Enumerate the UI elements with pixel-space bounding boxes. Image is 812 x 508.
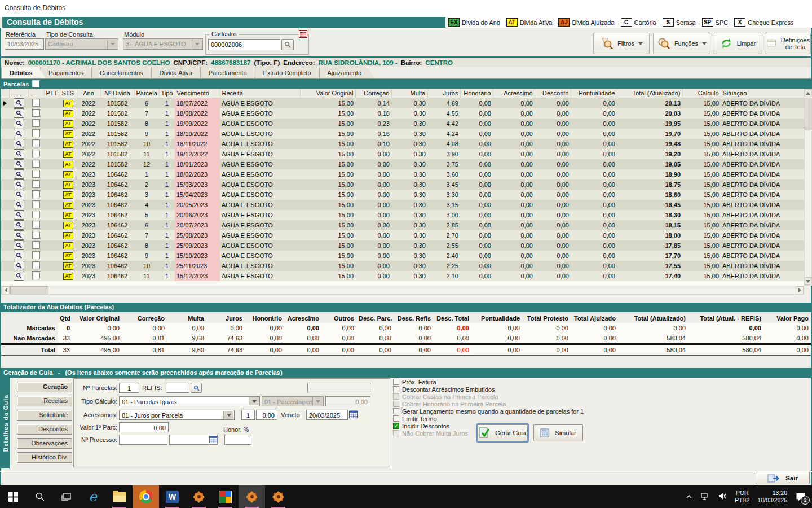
row-checkbox[interactable] — [32, 211, 40, 218]
guia-nav-receitas[interactable]: Receitas — [17, 396, 72, 406]
taskbar-media-app[interactable] — [212, 485, 239, 508]
grid-header-calculo[interactable]: Calculo — [682, 89, 721, 98]
horizontal-scrollbar[interactable] — [1, 286, 804, 295]
limpar-button[interactable]: Limpar — [713, 33, 762, 54]
start-button[interactable] — [0, 485, 27, 508]
table-row[interactable]: AT20221015827118/08/2022AGUA E ESGOTO15,… — [1, 108, 804, 119]
grid-header-ptt[interactable]: PTT — [44, 89, 60, 98]
n-processo-field[interactable] — [119, 435, 167, 445]
referencia-field[interactable]: 10/03/2025 — [5, 38, 44, 50]
row-detail-button[interactable] — [14, 159, 24, 169]
row-checkbox[interactable] — [32, 129, 40, 137]
grid-header-total-atualizado[interactable]: Total (Atualizado) — [617, 89, 682, 98]
row-detail-button[interactable] — [14, 119, 24, 128]
grid-header-n-divida[interactable]: Nº Divida — [100, 89, 134, 98]
row-checkbox[interactable] — [32, 180, 40, 188]
network-icon[interactable] — [700, 492, 710, 502]
grid-header-vencimento[interactable]: Vencimento — [175, 89, 220, 98]
option-descontar-acrescimos-embutidos[interactable]: Descontar Acréscimos Embutidos — [393, 386, 596, 393]
tab-debitos[interactable]: Débitos — [1, 67, 46, 78]
sair-button[interactable]: Sair — [756, 472, 810, 484]
task-view-button[interactable] — [53, 485, 80, 508]
definicoes-tela-button[interactable]: Definiçõesde Tela — [765, 33, 811, 54]
grid-header-parcela[interactable]: Parcela — [134, 89, 159, 98]
table-row[interactable]: AT20221015828119/09/2022AGUA E ESGOTO15,… — [1, 119, 804, 129]
table-row[interactable]: AT20231064629115/10/2023AGUA E ESGOTO15,… — [1, 251, 804, 261]
row-checkbox[interactable] — [32, 261, 40, 269]
row-detail-button[interactable] — [14, 210, 24, 220]
checkbox-icon[interactable] — [393, 386, 399, 392]
table-row[interactable]: AT20221015826118/07/2022AGUA E ESGOTO15,… — [1, 98, 804, 108]
vencto-calendar-icon[interactable] — [349, 410, 358, 419]
option-gerar-lancamento-mesmo-quando-a-quantidade-de-parcelas-for-1[interactable]: Gerar Lançamento mesmo quando a quantida… — [393, 408, 596, 415]
row-checkbox[interactable] — [32, 119, 40, 127]
refis-search-button[interactable] — [191, 383, 202, 393]
taskbar-file-explorer[interactable] — [106, 485, 133, 508]
row-checkbox[interactable] — [32, 241, 40, 249]
row-checkbox[interactable] — [32, 150, 40, 157]
row-detail-button[interactable] — [14, 251, 24, 260]
table-row[interactable]: AT20231064628125/09/2023AGUA E ESGOTO15,… — [1, 240, 804, 251]
tab-cancelamentos[interactable]: Cancelamentos — [91, 67, 156, 78]
table-row[interactable]: AT20231064621118/02/2023AGUA E ESGOTO15,… — [1, 169, 804, 179]
table-row[interactable]: AT202310646211115/12/2023AGUA E ESGOTO15… — [1, 271, 804, 281]
modulo-select[interactable]: 3 - ÁGUA E ESGOTO — [123, 38, 203, 50]
grid-header-tipo[interactable]: Tipo — [159, 89, 175, 98]
table-row[interactable]: AT202210158210118/11/2022AGUA E ESGOTO15… — [1, 139, 804, 149]
row-detail-button[interactable] — [14, 179, 24, 189]
taskbar-app-crest-2[interactable] — [239, 485, 265, 508]
vertical-scrollbar[interactable] — [804, 89, 812, 286]
grid-header-ano[interactable]: Ano — [77, 89, 100, 98]
table-row[interactable]: AT202210158211119/12/2022AGUA E ESGOTO15… — [1, 149, 804, 159]
language-indicator[interactable]: PORPTB2 — [735, 489, 749, 504]
tab-divida-ativa[interactable]: Dívida Ativa — [151, 67, 206, 78]
table-row[interactable]: AT20231064626120/07/2023AGUA E ESGOTO15,… — [1, 220, 804, 230]
row-checkbox[interactable] — [32, 139, 40, 147]
acrescimos-qtd-field[interactable]: 1 — [241, 410, 255, 420]
filtros-button[interactable]: Filtros — [593, 33, 650, 54]
row-detail-button[interactable] — [14, 230, 24, 240]
row-checkbox[interactable] — [32, 251, 40, 259]
row-checkbox[interactable] — [32, 109, 40, 117]
row-detail-button[interactable] — [14, 200, 24, 209]
tipo-consulta-select[interactable]: Cadastro — [45, 38, 118, 50]
grid-header-honorario[interactable]: Honorário — [460, 89, 493, 98]
grid-header-[interactable]: ... — [28, 89, 44, 98]
tipo-calculo-select[interactable]: 01 - Parcelas Iguais — [119, 396, 260, 406]
row-detail-button[interactable] — [14, 169, 24, 179]
checkbox-icon[interactable] — [393, 379, 399, 385]
select-all-checkbox[interactable] — [32, 80, 39, 87]
cadastro-search-button[interactable] — [281, 39, 294, 50]
row-detail-button[interactable] — [14, 190, 24, 199]
option-prox-fatura[interactable]: Próx. Fatura — [393, 378, 596, 386]
grid-header-juros[interactable]: Juros — [427, 89, 460, 98]
guia-nav-descontos[interactable]: Descontos — [17, 424, 72, 435]
acrescimos-num-field[interactable]: 0,00 — [256, 410, 277, 420]
table-row[interactable]: AT202310646210125/11/2023AGUA E ESGOTO15… — [1, 261, 804, 271]
option-emitir-termo[interactable]: Emitir Termo — [393, 415, 596, 422]
grid-header-pontualidade[interactable]: Pontualidade — [571, 89, 617, 98]
row-detail-button[interactable] — [14, 98, 24, 108]
guia-nav-historico-div[interactable]: Histórico Div. — [17, 452, 72, 463]
row-detail-button[interactable] — [14, 129, 24, 138]
table-row[interactable]: AT20231064622115/03/2023AGUA E ESGOTO15,… — [1, 179, 804, 190]
honor-field[interactable] — [224, 435, 251, 445]
row-detail-button[interactable] — [14, 108, 24, 118]
row-checkbox[interactable] — [32, 170, 40, 178]
guia-nav-solicitante[interactable]: Solicitante — [17, 410, 72, 421]
table-row[interactable]: AT20231064624120/05/2023AGUA E ESGOTO15,… — [1, 200, 804, 210]
table-row[interactable]: AT20221015829118/10/2022AGUA E ESGOTO15,… — [1, 129, 804, 139]
guia-nav-observacoes[interactable]: Observações — [17, 438, 72, 449]
refis-field[interactable] — [166, 383, 189, 393]
cadastro-field[interactable]: 000002006 — [208, 39, 280, 50]
row-detail-button[interactable] — [14, 271, 24, 281]
taskbar-chrome[interactable] — [133, 485, 159, 508]
grid-header-acrescimo[interactable]: Acrescimo — [493, 89, 535, 98]
row-checkbox[interactable] — [32, 200, 40, 208]
row-checkbox[interactable] — [32, 160, 40, 168]
checkbox-icon[interactable] — [393, 408, 399, 414]
row-checkbox[interactable] — [32, 271, 40, 279]
tab-extrato-completo[interactable]: Extrato Completo — [255, 67, 325, 78]
grid-header-[interactable]: ...... — [9, 89, 28, 98]
processo-calendar-icon[interactable] — [209, 436, 217, 444]
